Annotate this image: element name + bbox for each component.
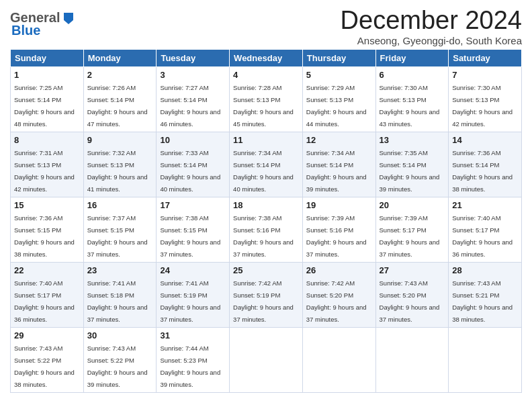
week-row-1: 1Sunrise: 7:25 AMSunset: 5:14 PMDaylight…: [11, 66, 522, 132]
table-row: 12Sunrise: 7:34 AMSunset: 5:14 PMDayligh…: [302, 132, 375, 197]
table-row: 8Sunrise: 7:31 AMSunset: 5:13 PMDaylight…: [11, 132, 84, 197]
calendar-table: Sunday Monday Tuesday Wednesday Thursday…: [10, 49, 522, 393]
col-friday: Friday: [375, 49, 449, 66]
table-row: 20Sunrise: 7:39 AMSunset: 5:17 PMDayligh…: [375, 197, 449, 262]
col-saturday: Saturday: [449, 49, 522, 66]
table-row: [230, 327, 303, 392]
col-monday: Monday: [83, 49, 157, 66]
table-row: 10Sunrise: 7:33 AMSunset: 5:14 PMDayligh…: [157, 132, 230, 197]
table-row: 9Sunrise: 7:32 AMSunset: 5:13 PMDaylight…: [83, 132, 157, 197]
table-row: 23Sunrise: 7:41 AMSunset: 5:18 PMDayligh…: [83, 262, 157, 327]
table-row: 27Sunrise: 7:43 AMSunset: 5:20 PMDayligh…: [375, 262, 449, 327]
table-row: 24Sunrise: 7:41 AMSunset: 5:19 PMDayligh…: [157, 262, 230, 327]
table-row: 22Sunrise: 7:40 AMSunset: 5:17 PMDayligh…: [11, 262, 84, 327]
week-row-5: 29Sunrise: 7:43 AMSunset: 5:22 PMDayligh…: [11, 327, 522, 392]
table-row: 6Sunrise: 7:30 AMSunset: 5:13 PMDaylight…: [375, 66, 449, 132]
month-title: December 2024: [341, 7, 522, 35]
svg-marker-0: [64, 13, 73, 24]
table-row: 18Sunrise: 7:38 AMSunset: 5:16 PMDayligh…: [230, 197, 303, 262]
week-row-3: 15Sunrise: 7:36 AMSunset: 5:15 PMDayligh…: [11, 197, 522, 262]
col-sunday: Sunday: [11, 49, 84, 66]
table-row: 26Sunrise: 7:42 AMSunset: 5:20 PMDayligh…: [302, 262, 375, 327]
table-row: 5Sunrise: 7:29 AMSunset: 5:13 PMDaylight…: [302, 66, 375, 132]
table-row: 31Sunrise: 7:44 AMSunset: 5:23 PMDayligh…: [157, 327, 230, 392]
table-row: 4Sunrise: 7:28 AMSunset: 5:13 PMDaylight…: [230, 66, 303, 132]
table-row: 28Sunrise: 7:43 AMSunset: 5:21 PMDayligh…: [449, 262, 522, 327]
table-row: 15Sunrise: 7:36 AMSunset: 5:15 PMDayligh…: [11, 197, 84, 262]
table-row: 21Sunrise: 7:40 AMSunset: 5:17 PMDayligh…: [449, 197, 522, 262]
table-row: 29Sunrise: 7:43 AMSunset: 5:22 PMDayligh…: [11, 327, 84, 392]
table-row: 11Sunrise: 7:34 AMSunset: 5:14 PMDayligh…: [230, 132, 303, 197]
table-row: [302, 327, 375, 392]
table-row: 17Sunrise: 7:38 AMSunset: 5:15 PMDayligh…: [157, 197, 230, 262]
page-container: General Blue December 2024 Anseong, Gyeo…: [0, 0, 532, 400]
table-row: 16Sunrise: 7:37 AMSunset: 5:15 PMDayligh…: [83, 197, 157, 262]
table-row: 19Sunrise: 7:39 AMSunset: 5:16 PMDayligh…: [302, 197, 375, 262]
table-row: 3Sunrise: 7:27 AMSunset: 5:14 PMDaylight…: [157, 66, 230, 132]
title-area: December 2024 Anseong, Gyeonggi-do, Sout…: [341, 7, 522, 46]
col-tuesday: Tuesday: [157, 49, 230, 66]
table-row: 1Sunrise: 7:25 AMSunset: 5:14 PMDaylight…: [11, 66, 84, 132]
week-row-2: 8Sunrise: 7:31 AMSunset: 5:13 PMDaylight…: [11, 132, 522, 197]
logo: General Blue: [10, 7, 76, 38]
table-row: [449, 327, 522, 392]
col-thursday: Thursday: [302, 49, 375, 66]
table-row: 7Sunrise: 7:30 AMSunset: 5:13 PMDaylight…: [449, 66, 522, 132]
col-wednesday: Wednesday: [230, 49, 303, 66]
location: Anseong, Gyeonggi-do, South Korea: [341, 35, 522, 46]
table-row: 25Sunrise: 7:42 AMSunset: 5:19 PMDayligh…: [230, 262, 303, 327]
week-row-4: 22Sunrise: 7:40 AMSunset: 5:17 PMDayligh…: [11, 262, 522, 327]
table-row: 13Sunrise: 7:35 AMSunset: 5:14 PMDayligh…: [375, 132, 449, 197]
header: General Blue December 2024 Anseong, Gyeo…: [10, 7, 522, 46]
logo-blue: Blue: [10, 23, 76, 38]
table-row: 14Sunrise: 7:36 AMSunset: 5:14 PMDayligh…: [449, 132, 522, 197]
table-row: 2Sunrise: 7:26 AMSunset: 5:14 PMDaylight…: [83, 66, 157, 132]
table-row: 30Sunrise: 7:43 AMSunset: 5:22 PMDayligh…: [83, 327, 157, 392]
header-row: Sunday Monday Tuesday Wednesday Thursday…: [11, 49, 522, 66]
table-row: [375, 327, 449, 392]
